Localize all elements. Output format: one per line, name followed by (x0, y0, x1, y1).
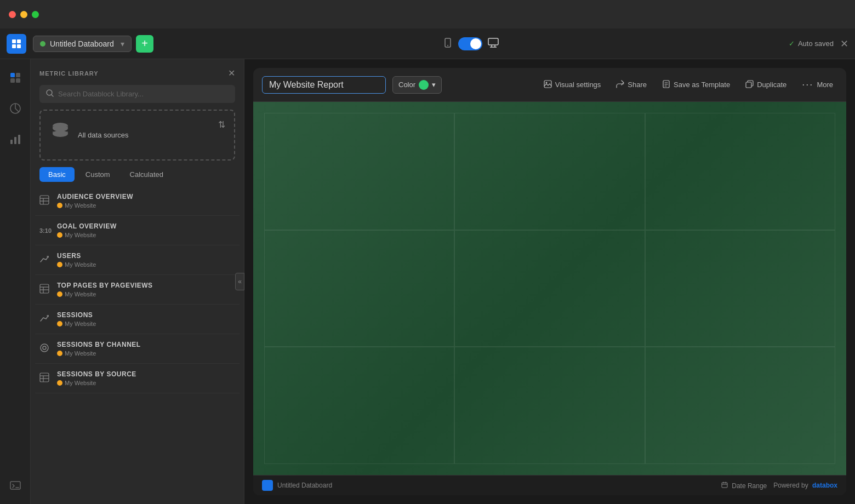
datasource-icon (49, 119, 71, 146)
svg-rect-10 (10, 73, 15, 77)
app-logo[interactable] (7, 34, 26, 54)
share-button[interactable]: Share (612, 77, 651, 93)
metric-item-users[interactable]: USERS My Website (35, 245, 240, 275)
grid-cell (264, 347, 454, 464)
canvas-databoard-name: Untitled Databoard (277, 482, 332, 489)
traffic-light-red[interactable] (9, 11, 16, 18)
metric-item-goal-overview[interactable]: 3:10 GOAL OVERVIEW My Website (35, 216, 240, 245)
search-box (39, 85, 235, 103)
view-toggle[interactable] (458, 37, 482, 50)
metric-item-top-pages[interactable]: TOP PAGES BY PAGEVIEWS My Website (35, 275, 240, 305)
desktop-icon[interactable] (488, 38, 499, 50)
datasource-label: All data sources (78, 131, 129, 139)
report-title-input[interactable] (262, 76, 386, 94)
svg-rect-16 (14, 137, 16, 144)
metric-name: GOAL OVERVIEW (57, 222, 117, 230)
search-icon (46, 89, 54, 99)
svg-point-36 (43, 346, 46, 350)
svg-rect-37 (40, 373, 49, 382)
tab-custom[interactable]: Custom (77, 167, 119, 182)
metric-source: My Website (65, 320, 96, 327)
svg-rect-44 (746, 82, 751, 88)
device-toggle (443, 37, 499, 50)
tab-calculated[interactable]: Calculated (121, 167, 172, 182)
sidebar-item-analytics[interactable] (5, 99, 25, 118)
grid-cell (454, 113, 645, 230)
search-input[interactable] (58, 90, 229, 98)
sidebar-item-dashboard[interactable] (5, 68, 25, 88)
traffic-light-green[interactable] (32, 11, 39, 18)
mobile-icon[interactable] (443, 38, 453, 50)
metric-icon-sessions (39, 313, 50, 325)
svg-rect-17 (18, 135, 20, 144)
brand-name: databox (812, 482, 837, 489)
metric-icon-donut (39, 343, 50, 355)
duplicate-button[interactable]: Duplicate (741, 77, 791, 93)
source-indicator (57, 321, 62, 327)
color-picker-button[interactable]: Color ▾ (392, 76, 442, 94)
check-icon: ✓ (789, 39, 795, 48)
grid-cell (264, 113, 454, 230)
svg-rect-31 (40, 284, 49, 293)
metric-item-sessions-source[interactable]: SESSIONS BY SOURCE My Website (35, 364, 240, 393)
close-panel-button[interactable]: ✕ (228, 68, 235, 78)
svg-point-5 (447, 45, 448, 46)
canvas-area: Color ▾ Visual settin (244, 59, 855, 504)
share-label: Share (628, 81, 647, 89)
metric-source: My Website (65, 291, 96, 297)
metric-item-sessions[interactable]: SESSIONS My Website (35, 305, 240, 334)
metric-source: My Website (65, 202, 96, 209)
panel-title: METRIC LIBRARY (39, 70, 99, 77)
metric-name: SESSIONS BY CHANNEL (57, 341, 141, 348)
metric-list: AUDIENCE OVERVIEW My Website 3:10 GOAL O… (31, 186, 244, 504)
svg-rect-45 (722, 483, 727, 488)
tab-basic[interactable]: Basic (39, 167, 75, 182)
chevron-down-icon: ▾ (121, 39, 124, 48)
databoard-selector[interactable]: Untitled Databoard ▾ (33, 36, 132, 52)
more-button[interactable]: ··· More (797, 76, 837, 94)
metric-source: My Website (65, 380, 96, 386)
metric-name: AUDIENCE OVERVIEW (57, 193, 133, 201)
svg-rect-2 (12, 44, 16, 48)
save-as-template-button[interactable]: Save as Template (658, 77, 734, 93)
metric-icon-table3 (39, 373, 50, 385)
main-content: METRIC LIBRARY ✕ (0, 59, 855, 504)
svg-point-26 (53, 130, 68, 137)
close-button[interactable]: ✕ (840, 38, 848, 50)
source-indicator (57, 351, 62, 356)
nav-right: ✓ Auto saved ✕ (789, 38, 848, 50)
visual-settings-button[interactable]: Visual settings (539, 77, 606, 93)
metric-name: SESSIONS (57, 311, 96, 319)
collapse-panel-button[interactable]: « (235, 273, 244, 290)
grid-cell (264, 230, 454, 347)
metric-icon-table (39, 195, 50, 207)
svg-rect-15 (10, 140, 13, 144)
metric-source: My Website (65, 232, 96, 238)
source-indicator (57, 291, 62, 297)
add-databoard-button[interactable]: + (136, 35, 153, 53)
metric-icon-table2 (39, 284, 50, 296)
svg-rect-11 (16, 73, 20, 77)
datasource-card[interactable]: All data sources ⇅ (39, 110, 235, 161)
metric-item-audience-overview[interactable]: AUDIENCE OVERVIEW My Website (35, 186, 240, 216)
color-label: Color (398, 81, 415, 89)
color-swatch (419, 80, 429, 90)
svg-rect-12 (10, 78, 15, 83)
sidebar-item-charts[interactable] (5, 129, 25, 149)
more-label: More (817, 81, 833, 89)
svg-rect-1 (17, 39, 21, 43)
databoard-name: Untitled Databoard (50, 39, 114, 48)
window-chrome (0, 0, 855, 28)
source-indicator (57, 262, 62, 267)
canvas-brand-logo (262, 480, 273, 491)
metric-source: My Website (65, 350, 96, 357)
metric-item-sessions-channel[interactable]: SESSIONS BY CHANNEL My Website (35, 334, 240, 364)
sidebar-item-terminal[interactable] (5, 476, 25, 495)
traffic-light-yellow[interactable] (20, 11, 27, 18)
nav-center (153, 37, 789, 50)
grid-cell (645, 347, 835, 464)
metric-name: SESSIONS BY SOURCE (57, 370, 136, 378)
svg-rect-3 (17, 44, 21, 48)
duplicate-icon (745, 80, 754, 90)
metric-library-panel: METRIC LIBRARY ✕ (31, 59, 244, 504)
